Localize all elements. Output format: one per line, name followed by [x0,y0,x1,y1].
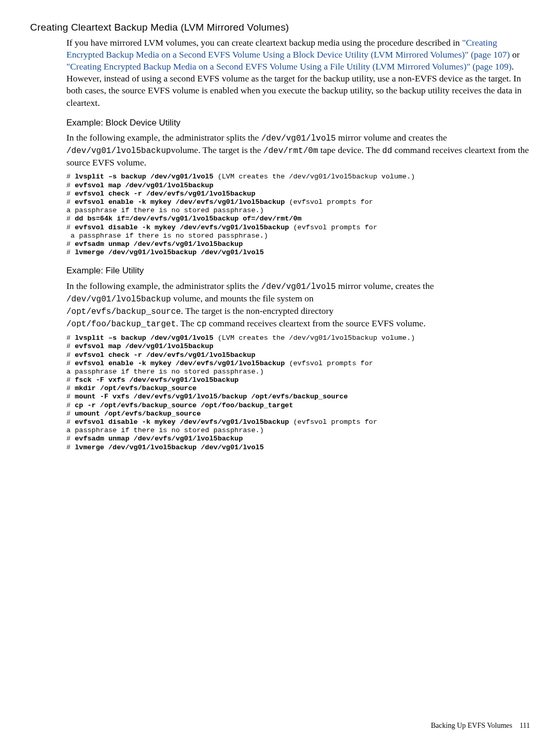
intro-link-2[interactable]: "Creating Encrypted Backup Media on a Se… [66,61,512,72]
footer-text: Backing Up EVFS Volumes [431,722,512,729]
ex1-seg1: In the following example, the administra… [66,132,261,143]
example2-paragraph: In the following example, the administra… [66,280,530,330]
intro-paragraph: If you have mirrored LVM volumes, you ca… [66,37,530,109]
example2-heading: Example: File Utility [66,265,530,277]
ex2-seg4: . The target is the non-encrypted direct… [181,306,333,316]
ex2-seg3: volume, and mounts the file system on [171,293,314,303]
ex1-mono2: /dev/vg01/lvol5backup [66,146,171,156]
ex1-seg4: tape device. The [318,145,382,155]
page-footer: Backing Up EVFS Volumes 111 [431,721,530,730]
ex1-mono1: /dev/vg01/lvol5 [261,134,336,143]
ex1-seg2: mirror volume and creates the [336,132,447,143]
example2-code: # lvsplit –s backup /dev/vg01/lvol5 (LVM… [66,334,530,452]
ex1-mono3: /dev/rmt/0m [263,146,318,156]
footer-page: 111 [520,722,530,729]
ex2-seg5: . The [176,318,197,328]
ex1-seg3: volume. The target is the [171,145,263,155]
ex2-mono5: cp [197,320,206,329]
ex2-seg6: command receives cleartext from the sour… [206,318,425,328]
ex2-seg2: mirror volume, creates the [336,281,434,291]
section-heading: Creating Cleartext Backup Media (LVM Mir… [30,21,530,34]
intro-seg1: If you have mirrored LVM volumes, you ca… [66,37,462,48]
ex1-mono4: dd [382,146,392,156]
intro-seg2: or [510,49,520,60]
ex2-mono1: /dev/vg01/lvol5 [261,282,336,292]
ex2-mono4: /opt/foo/backup_target [66,320,176,329]
ex2-mono3: /opt/evfs/backup_source [66,307,181,316]
ex2-mono2: /dev/vg01/lvol5backup [66,295,171,304]
example1-paragraph: In the following example, the administra… [66,132,530,169]
example1-code: # lvsplit –s backup /dev/vg01/lvol5 (LVM… [66,173,530,257]
ex2-seg1: In the following example, the administra… [66,281,261,291]
example1-heading: Example: Block Device Utility [66,117,530,129]
